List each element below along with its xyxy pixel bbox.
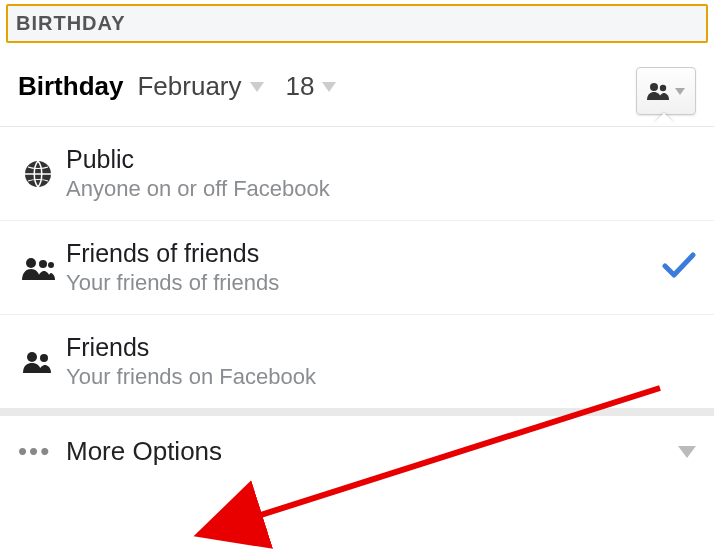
svg-point-4 — [39, 260, 47, 268]
audience-option-title: Public — [66, 145, 696, 174]
popover-arrow — [654, 113, 674, 123]
friends-icon — [18, 351, 58, 373]
more-options-row[interactable]: ••• More Options — [0, 412, 714, 493]
birthday-day-value: 18 — [286, 71, 315, 102]
friends-of-friends-icon — [18, 256, 58, 280]
audience-option-title: Friends of friends — [66, 239, 662, 268]
chevron-down-icon — [250, 82, 264, 92]
audience-selector-button[interactable] — [636, 67, 696, 115]
svg-point-3 — [26, 258, 36, 268]
checkmark-icon — [662, 248, 696, 287]
more-options-label: More Options — [66, 436, 678, 467]
audience-option-text: Public Anyone on or off Facebook — [66, 145, 696, 202]
chevron-down-icon — [675, 88, 685, 95]
audience-option-friends[interactable]: Friends Your friends on Facebook — [0, 315, 714, 412]
svg-point-5 — [48, 262, 54, 268]
chevron-down-icon — [678, 446, 696, 458]
audience-option-title: Friends — [66, 333, 696, 362]
audience-option-subtitle: Your friends on Facebook — [66, 364, 696, 390]
audience-option-text: Friends of friends Your friends of frien… — [66, 239, 662, 296]
birthday-month-dropdown[interactable]: February — [137, 71, 263, 102]
section-title: BIRTHDAY — [16, 12, 126, 34]
svg-point-7 — [40, 354, 48, 362]
svg-point-1 — [660, 85, 666, 91]
birthday-label: Birthday — [18, 71, 123, 102]
ellipsis-icon: ••• — [18, 436, 58, 467]
friends-icon — [647, 82, 671, 100]
section-header: BIRTHDAY — [6, 4, 708, 43]
birthday-day-dropdown[interactable]: 18 — [286, 71, 337, 102]
audience-option-public[interactable]: Public Anyone on or off Facebook — [0, 127, 714, 221]
audience-option-text: Friends Your friends on Facebook — [66, 333, 696, 390]
svg-point-0 — [650, 83, 658, 91]
audience-menu: Public Anyone on or off Facebook Friends… — [0, 126, 714, 412]
globe-icon — [18, 159, 58, 189]
birthday-row: Birthday February 18 — [0, 43, 714, 126]
audience-option-friends-of-friends[interactable]: Friends of friends Your friends of frien… — [0, 221, 714, 315]
audience-option-subtitle: Your friends of friends — [66, 270, 662, 296]
audience-option-subtitle: Anyone on or off Facebook — [66, 176, 696, 202]
svg-point-6 — [27, 352, 37, 362]
chevron-down-icon — [322, 82, 336, 92]
birthday-month-value: February — [137, 71, 241, 102]
